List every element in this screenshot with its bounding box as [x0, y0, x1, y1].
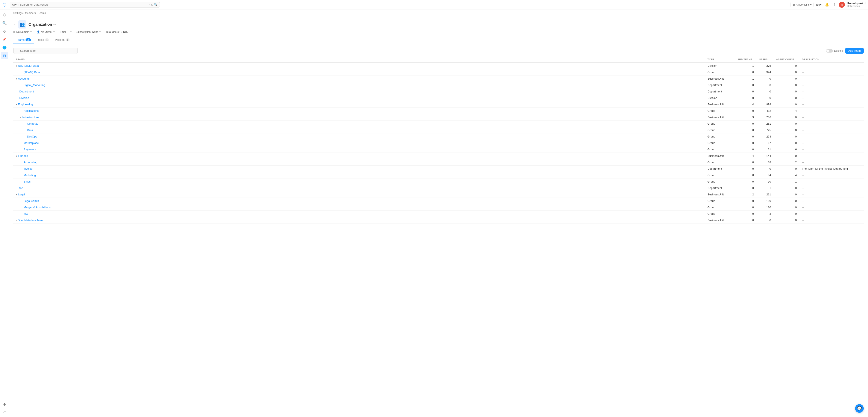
sidebar-item-settings[interactable]: ⚙ — [1, 401, 8, 408]
team-type: Department — [705, 185, 735, 191]
team-users: 88 — [756, 159, 774, 166]
row-expand-icon[interactable]: ▾ — [16, 103, 17, 106]
table-toolbar: 🔍 Deleted Add Team — [13, 47, 864, 54]
team-name-link[interactable]: Division — [19, 96, 29, 99]
team-name-link[interactable]: foo — [19, 186, 23, 190]
team-name-link[interactable]: Marketing — [24, 173, 36, 177]
sidebar-item-globe[interactable]: 🌐 — [1, 44, 8, 51]
team-users: 0 — [756, 88, 774, 95]
team-subteams: 0 — [735, 88, 756, 95]
search-submit-icon[interactable]: 🔍 — [154, 3, 158, 6]
tab-policies-badge: 1 — [66, 38, 69, 41]
team-name-link[interactable]: Accounting — [24, 161, 37, 164]
tab-teams[interactable]: Teams 28 — [13, 36, 34, 44]
team-type: BusinessUnit — [705, 101, 735, 108]
deleted-label: Deleted — [834, 49, 843, 52]
team-users: 482 — [756, 108, 774, 114]
team-users: 375 — [756, 63, 774, 69]
team-type: Department — [705, 88, 735, 95]
tab-roles[interactable]: Roles 1 — [34, 36, 52, 44]
team-subteams: 0 — [735, 185, 756, 191]
sidebar-item-search[interactable]: 🔍 — [1, 19, 8, 27]
team-name-link[interactable]: Engineering — [18, 103, 33, 106]
th-subteams: SUB TEAMS — [735, 56, 756, 63]
subscription-label: Subscription: — [76, 30, 91, 33]
org-meta: ⊞ No Domain ✏ 👤 No Owner ✏ Email -- ✏ Su… — [9, 30, 868, 36]
team-name-link[interactable]: Digital_Marketing — [24, 84, 45, 87]
sidebar-item-data[interactable]: ⊟ — [1, 52, 8, 59]
table-area: 🔍 Deleted Add Team TEA — [9, 44, 868, 227]
deleted-toggle-switch[interactable] — [826, 49, 833, 53]
domain-edit-icon[interactable]: ✏ — [30, 30, 32, 33]
team-name-link[interactable]: Accounts — [18, 77, 29, 80]
domain-icon-meta: ⊞ — [13, 30, 16, 33]
row-expand-icon[interactable]: ▾ — [16, 155, 17, 157]
team-asset-count: 0 — [774, 121, 799, 127]
row-expand-icon[interactable]: ▾ — [16, 77, 17, 80]
search-type-selector[interactable]: All ▾ — [12, 3, 17, 6]
team-name-link[interactable]: Data — [27, 128, 33, 132]
team-name-link[interactable]: MO — [24, 212, 28, 215]
team-name-link[interactable]: Finance — [18, 154, 28, 157]
team-name-link[interactable]: Invoice — [24, 167, 32, 170]
row-expand-icon[interactable]: ▾ — [16, 193, 17, 196]
row-expand-icon[interactable]: ▾ — [16, 65, 17, 67]
team-subteams: 0 — [735, 121, 756, 127]
global-search-input[interactable] — [20, 3, 147, 6]
team-name-link[interactable]: Infrastructure — [22, 116, 39, 119]
team-subteams: 0 — [735, 133, 756, 140]
breadcrumb-members[interactable]: Members — [25, 11, 36, 14]
chat-bubble-button[interactable]: 💬 — [855, 404, 864, 413]
team-name-link[interactable]: Legal — [18, 193, 25, 196]
team-name-link[interactable]: (TEAM) Data — [24, 71, 40, 74]
notifications-button[interactable]: 🔔 — [824, 2, 830, 7]
breadcrumb-settings[interactable]: Settings — [13, 11, 23, 14]
team-name-link[interactable]: Department — [19, 90, 34, 93]
team-users: 110 — [756, 204, 774, 211]
team-asset-count: 0 — [774, 185, 799, 191]
sidebar-item-layers[interactable]: ⬡ — [1, 11, 8, 19]
row-expand-icon[interactable]: › — [16, 219, 17, 222]
search-team-input[interactable] — [13, 47, 78, 54]
team-name-link[interactable]: (DIVISION) Data — [18, 64, 39, 67]
team-subteams: 0 — [735, 108, 756, 114]
team-description: -- — [799, 127, 864, 133]
team-asset-count: 0 — [774, 114, 799, 121]
team-name-link[interactable]: Marketplace — [24, 141, 39, 145]
team-subteams: 0 — [735, 146, 756, 153]
language-selector[interactable]: EN ▾ — [816, 3, 822, 6]
email-edit-icon[interactable]: ✏ — [70, 30, 72, 33]
team-name-link[interactable]: Applications — [24, 109, 39, 113]
row-expand-icon[interactable]: ▾ — [20, 116, 22, 119]
team-type: Group — [705, 159, 735, 166]
table-row: fooDepartment010-- — [13, 185, 864, 191]
owner-edit-icon[interactable]: ✏ — [53, 30, 56, 33]
add-team-button[interactable]: Add Team — [845, 48, 864, 54]
team-subteams: 4 — [735, 153, 756, 159]
sidebar-item-pin[interactable]: 📌 — [1, 36, 8, 43]
th-teams: TEAMS — [13, 56, 705, 63]
team-users: 273 — [756, 133, 774, 140]
team-asset-count: 0 — [774, 88, 799, 95]
team-name-link[interactable]: Merger & Acquisitions — [24, 206, 51, 209]
team-name-link[interactable]: OpenMetadata Team — [18, 219, 43, 222]
domain-selector[interactable]: ⊞ All Domains ▾ — [790, 2, 813, 7]
sidebar-item-arrow[interactable]: ↗ — [1, 408, 8, 415]
subscription-edit-icon[interactable]: ✏ — [99, 30, 101, 33]
help-button[interactable]: ? — [833, 2, 836, 7]
sidebar-item-explore[interactable]: ◎ — [1, 28, 8, 35]
team-name-link[interactable]: Sales — [24, 180, 31, 183]
team-name-link[interactable]: Legal Admin — [24, 199, 39, 202]
team-name-link[interactable]: DevOps — [27, 135, 37, 138]
domain-label: All Domains — [796, 3, 809, 6]
org-more-options-button[interactable]: ⋮ — [858, 20, 864, 27]
team-name-link[interactable]: Compute — [27, 122, 38, 125]
org-edit-icon[interactable]: ✏ — [54, 23, 56, 26]
domain-icon: ⊞ — [793, 3, 795, 6]
team-name-link[interactable]: Payments — [24, 148, 36, 151]
meta-email: Email -- ✏ — [60, 30, 72, 33]
tab-policies[interactable]: Policies 1 — [52, 36, 72, 44]
expand-org-button[interactable]: › — [13, 22, 16, 27]
team-description: -- — [799, 69, 864, 75]
team-description: -- — [799, 114, 864, 121]
